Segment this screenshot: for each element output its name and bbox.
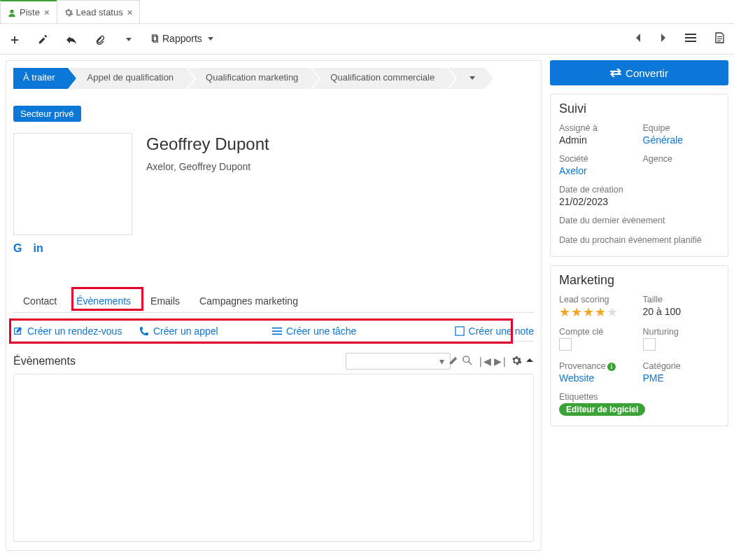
page-last-icon[interactable]: ▶❘	[494, 356, 507, 367]
source-value[interactable]: Website	[559, 372, 636, 384]
stage-a-traiter[interactable]: À traiter	[13, 68, 68, 89]
tag-chip[interactable]: Editeur de logiciel	[559, 403, 645, 416]
action-label: Créer une tâche	[286, 326, 356, 337]
stage-label: À traiter	[23, 72, 55, 83]
agency-label: Agence	[643, 154, 720, 164]
lead-subtitle: Axelor, Geoffrey Dupont	[146, 161, 269, 172]
size-value: 20 à 100	[643, 306, 720, 317]
new-button[interactable]	[6, 30, 24, 47]
action-label: Créer une note	[469, 326, 534, 337]
action-label: Créer un rendez-vous	[27, 326, 122, 337]
events-list	[13, 374, 534, 542]
create-meeting-link[interactable]: Créer un rendez-vous	[13, 326, 139, 337]
tab-evenements[interactable]: Évènements	[66, 290, 141, 312]
svg-point-1	[463, 356, 470, 362]
stage-qualification-commerciale[interactable]: Qualification commerciale	[312, 68, 447, 89]
chevron-down-icon	[208, 37, 213, 41]
team-value[interactable]: Générale	[643, 134, 720, 146]
app-tab-piste[interactable]: Piste ×	[0, 0, 57, 23]
search-icon[interactable]	[463, 356, 472, 368]
stage-appel-qualification[interactable]: Appel de qualification	[69, 68, 187, 89]
assigned-label: Assigné à	[559, 123, 636, 133]
more-actions-button[interactable]	[119, 30, 136, 47]
tab-emails[interactable]: Emails	[141, 290, 190, 312]
events-title: Évènements	[13, 355, 76, 368]
edit-square-icon	[13, 326, 23, 336]
category-label: Catégorie	[643, 361, 720, 371]
back-button[interactable]	[62, 30, 81, 47]
lead-name: Geoffrey Dupont	[146, 134, 269, 154]
category-value[interactable]: PME	[643, 372, 720, 384]
clear-icon[interactable]	[449, 356, 458, 368]
app-tabs: Piste × Lead status ×	[0, 0, 734, 24]
events-tools: ▾ ❘◀ ▶❘	[346, 353, 534, 370]
linkedin-icon[interactable]: in	[33, 242, 43, 255]
close-icon[interactable]: ×	[127, 7, 133, 18]
assigned-value: Admin	[559, 134, 636, 146]
sector-badge: Secteur privé	[13, 106, 81, 122]
stage-qualification-marketing[interactable]: Qualification marketing	[188, 68, 311, 89]
gear-icon	[64, 7, 73, 18]
convert-button[interactable]: Convertir	[550, 60, 728, 85]
collapse-icon[interactable]	[525, 356, 534, 367]
created-value: 21/02/2023	[559, 196, 719, 207]
list-icon	[685, 33, 696, 43]
info-icon[interactable]: i	[607, 363, 616, 371]
avatar-placeholder	[13, 133, 132, 235]
scoring-stars[interactable]: ★★★★★	[559, 306, 636, 318]
create-note-link[interactable]: Créer une note	[455, 326, 534, 337]
create-task-link[interactable]: Créer une tâche	[272, 326, 398, 337]
exchange-icon	[610, 68, 621, 78]
marketing-heading: Marketing	[559, 273, 719, 288]
tab-contact[interactable]: Contact	[13, 290, 66, 312]
stage-label: Qualification commerciale	[330, 72, 435, 83]
chevron-down-icon	[126, 38, 132, 41]
user-icon	[8, 7, 16, 18]
events-search-input[interactable]	[346, 353, 451, 370]
event-actions-row: Créer un rendez-vous Créer un appel Crée…	[13, 321, 534, 342]
app-tab-lead-status[interactable]: Lead status ×	[57, 0, 141, 23]
scoring-label: Lead scoring	[559, 295, 636, 304]
stage-bar: À traiter Appel de qualification Qualifi…	[13, 68, 534, 89]
prev-button[interactable]	[630, 30, 646, 48]
phone-icon	[139, 326, 149, 336]
nurturing-label: Nurturing	[643, 327, 720, 337]
list-view-button[interactable]	[681, 30, 700, 48]
suivi-heading: Suivi	[559, 102, 719, 116]
key-account-label: Compte clé	[559, 327, 636, 337]
size-label: Taille	[643, 295, 720, 304]
page-first-icon[interactable]: ❘◀	[477, 356, 490, 367]
reports-button[interactable]: Rapports	[146, 30, 218, 47]
detail-tabs: Contact Évènements Emails Campagnes mark…	[13, 290, 534, 313]
chevron-down-icon	[470, 76, 475, 80]
convert-label: Convertir	[626, 67, 668, 79]
chevron-left-icon	[635, 33, 642, 43]
chevron-down-icon[interactable]: ▾	[439, 356, 444, 367]
form-view-button[interactable]	[710, 29, 728, 48]
google-icon[interactable]: G	[13, 242, 22, 255]
settings-icon[interactable]	[511, 356, 521, 368]
next-button[interactable]	[656, 30, 671, 48]
last-event-label: Date du dernier évènement	[559, 216, 719, 225]
team-label: Equipe	[643, 123, 720, 133]
key-account-checkbox[interactable]	[559, 338, 572, 351]
tags-label: Etiquettes	[559, 392, 719, 402]
create-call-link[interactable]: Créer un appel	[139, 326, 272, 337]
close-icon[interactable]: ×	[44, 7, 50, 18]
copy-icon	[150, 34, 160, 43]
note-icon	[455, 326, 465, 336]
nurturing-checkbox[interactable]	[643, 338, 656, 351]
chevron-right-icon	[660, 33, 667, 43]
tab-campagnes[interactable]: Campagnes marketing	[190, 290, 308, 312]
stage-label: Qualification marketing	[206, 72, 298, 83]
app-tab-label: Piste	[20, 7, 40, 18]
app-tab-label: Lead status	[76, 7, 123, 18]
suivi-panel: Suivi Assigné à Admin Equipe Générale So…	[550, 94, 728, 257]
company-label: Société	[559, 154, 636, 164]
edit-button[interactable]	[34, 30, 52, 47]
company-value[interactable]: Axelor	[559, 165, 636, 176]
lead-form-view: À traiter Appel de qualification Qualifi…	[6, 60, 542, 551]
source-label: Provenancei	[559, 361, 636, 371]
attach-button[interactable]	[91, 30, 109, 47]
reports-label: Rapports	[162, 33, 202, 44]
